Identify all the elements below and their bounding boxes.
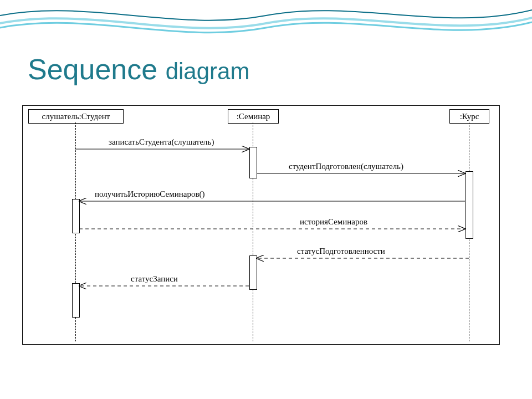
sequence-diagram: слушатель:Студент :Семинар :Курс — [22, 105, 500, 345]
message-seminar-history: историяСеминаров — [300, 217, 367, 227]
message-student-prepared: студентПодготовлен(слушатель) — [289, 162, 403, 171]
message-arrows — [23, 106, 499, 344]
title-word-sub: diagram — [166, 58, 250, 84]
message-get-seminar-history: получитьИсториюСеминаров() — [95, 190, 205, 199]
message-enroll-student: записатьСтудента(слушатель) — [109, 137, 214, 147]
title-word-main: Sequence — [28, 53, 157, 85]
slide-title: Sequence diagram — [28, 53, 249, 86]
message-preparedness-status: статусПодготовленности — [297, 247, 385, 256]
message-enrollment-status: статусЗаписи — [131, 274, 178, 284]
decorative-wave — [0, 0, 532, 50]
